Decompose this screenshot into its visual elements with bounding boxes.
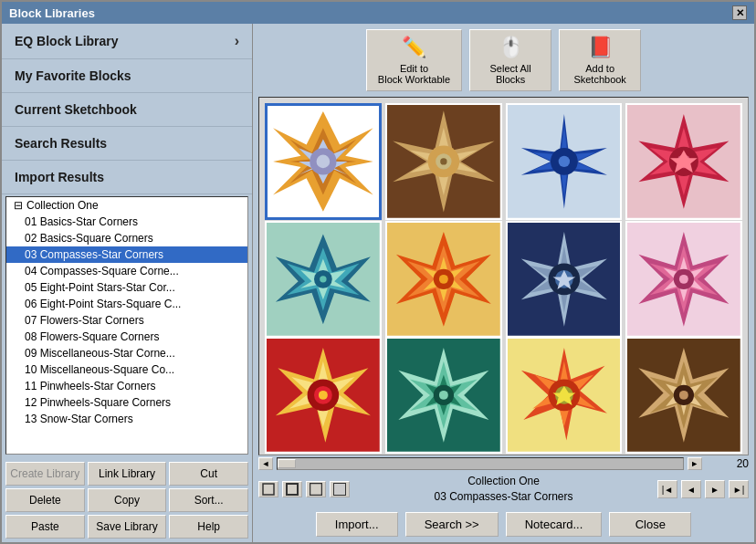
svg-point-51 bbox=[319, 391, 328, 400]
import-button[interactable]: Import... bbox=[316, 512, 398, 537]
bottom-buttons: Create Library Link Library Cut Delete C… bbox=[2, 458, 252, 542]
svg-point-57 bbox=[439, 391, 448, 400]
notecard-button[interactable]: Notecard... bbox=[506, 512, 603, 537]
window-title: Block Libraries bbox=[9, 6, 95, 20]
tree-item-7[interactable]: 08 Flowers-Square Corners bbox=[6, 329, 247, 345]
tree-item-6[interactable]: 07 Flowers-Star Corners bbox=[6, 312, 247, 329]
toolbar: ✏️ Edit toBlock Worktable 🖱️ Select AllB… bbox=[253, 24, 754, 97]
title-bar: Block Libraries ✕ bbox=[2, 2, 754, 24]
nav-next-button[interactable]: ► bbox=[705, 480, 725, 498]
block-name: 03 Compasses-Star Corners bbox=[353, 489, 654, 505]
nav-item-eq-block-library[interactable]: EQ Block Library › bbox=[2, 24, 252, 59]
tree-item-3[interactable]: 04 Compasses-Square Corne... bbox=[6, 263, 247, 279]
block-cell-11[interactable] bbox=[506, 337, 623, 454]
action-bar: Import... Search >> Notecard... Close bbox=[253, 507, 754, 542]
svg-rect-73 bbox=[333, 483, 346, 496]
tree-item-2[interactable]: 03 Compasses-Star Corners bbox=[6, 246, 247, 263]
block-cell-4[interactable] bbox=[625, 103, 742, 220]
scroll-track[interactable] bbox=[277, 457, 684, 470]
nav-last-button[interactable]: ►| bbox=[729, 480, 749, 498]
block-libraries-window: Block Libraries ✕ EQ Block Library › My … bbox=[0, 0, 756, 544]
block-cell-10[interactable] bbox=[385, 337, 502, 454]
svg-point-45 bbox=[679, 275, 688, 284]
tree-item-1[interactable]: 02 Basics-Square Corners bbox=[6, 230, 247, 246]
block-cell-6[interactable] bbox=[385, 221, 502, 338]
view-size-xlarge-button[interactable] bbox=[330, 481, 350, 497]
close-action-button[interactable]: Close bbox=[609, 512, 691, 537]
select-all-blocks-button[interactable]: 🖱️ Select AllBlocks bbox=[469, 29, 551, 91]
close-button[interactable]: ✕ bbox=[732, 5, 747, 20]
view-size-large-button[interactable] bbox=[306, 481, 326, 497]
block-grid-container bbox=[258, 97, 749, 455]
svg-rect-72 bbox=[310, 483, 322, 496]
nav-item-current-sketchbook[interactable]: Current Sketchbook bbox=[2, 93, 252, 127]
collection-name: Collection One bbox=[353, 474, 654, 489]
tree-item-8[interactable]: 09 Miscellaneous-Star Corne... bbox=[6, 345, 247, 361]
svg-point-69 bbox=[679, 391, 688, 400]
block-cell-8[interactable] bbox=[625, 221, 742, 338]
tree-collection[interactable]: ⊟ Collection One bbox=[6, 197, 247, 214]
nav-prev-button[interactable]: ◄ bbox=[681, 480, 701, 498]
nav-first-button[interactable]: |◄ bbox=[657, 480, 677, 498]
tree-item-4[interactable]: 05 Eight-Point Stars-Star Cor... bbox=[6, 279, 247, 296]
svg-rect-71 bbox=[287, 484, 298, 495]
view-nav-row: Collection One 03 Compasses-Star Corners… bbox=[253, 472, 754, 507]
status-display: Collection One 03 Compasses-Star Corners bbox=[353, 474, 654, 505]
svg-point-15 bbox=[558, 156, 569, 167]
search-button[interactable]: Search >> bbox=[405, 512, 499, 537]
block-cell-1[interactable] bbox=[265, 103, 382, 220]
edit-to-worktable-button[interactable]: ✏️ Edit toBlock Worktable bbox=[366, 29, 462, 91]
view-size-medium-button[interactable] bbox=[282, 481, 302, 497]
left-panel: EQ Block Library › My Favorite Blocks Cu… bbox=[2, 24, 253, 542]
scroll-row: ◄ ► 20 bbox=[253, 455, 754, 472]
block-cell-9[interactable] bbox=[265, 337, 382, 454]
cut-button[interactable]: Cut bbox=[169, 462, 248, 486]
paste-button[interactable]: Paste bbox=[5, 515, 85, 539]
sort-button[interactable]: Sort... bbox=[169, 488, 248, 512]
cursor-icon: 🖱️ bbox=[499, 36, 523, 59]
scroll-left-button[interactable]: ◄ bbox=[258, 457, 273, 470]
block-cell-5[interactable] bbox=[265, 221, 382, 338]
tree-item-5[interactable]: 06 Eight-Point Stars-Square C... bbox=[6, 296, 247, 312]
block-cell-12[interactable] bbox=[625, 337, 742, 454]
copy-button[interactable]: Copy bbox=[88, 488, 167, 512]
tree-view[interactable]: ⊟ Collection One 01 Basics-Star Corners … bbox=[5, 196, 248, 455]
svg-point-4 bbox=[317, 155, 331, 169]
svg-point-33 bbox=[439, 275, 448, 284]
scroll-thumb[interactable] bbox=[278, 459, 296, 468]
delete-button[interactable]: Delete bbox=[5, 488, 85, 512]
nav-item-my-favorite-blocks[interactable]: My Favorite Blocks bbox=[2, 59, 252, 93]
add-icon: 📕 bbox=[588, 36, 613, 59]
create-library-button[interactable]: Create Library bbox=[5, 462, 85, 486]
block-cell-2[interactable] bbox=[385, 103, 502, 220]
tree-item-0[interactable]: 01 Basics-Star Corners bbox=[6, 214, 247, 230]
edit-pencil-icon: ✏️ bbox=[402, 36, 426, 59]
tree-item-12[interactable]: 13 Snow-Star Corners bbox=[6, 411, 247, 427]
help-button[interactable]: Help bbox=[169, 515, 248, 539]
tree-expand-icon: ⊟ bbox=[14, 199, 23, 212]
tree-item-11[interactable]: 12 Pinwheels-Square Corners bbox=[6, 394, 247, 411]
add-to-sketchbook-button[interactable]: 📕 Add toSketchbook bbox=[559, 29, 641, 91]
block-cell-7[interactable] bbox=[506, 221, 623, 338]
right-panel: ✏️ Edit toBlock Worktable 🖱️ Select AllB… bbox=[253, 24, 754, 542]
view-size-small-button[interactable] bbox=[258, 481, 278, 497]
svg-point-10 bbox=[440, 158, 446, 164]
nav-item-import-results[interactable]: Import Results bbox=[2, 161, 252, 194]
page-number: 20 bbox=[737, 457, 749, 470]
save-library-button[interactable]: Save Library bbox=[88, 515, 167, 539]
svg-rect-70 bbox=[263, 484, 274, 495]
chevron-right-icon: › bbox=[235, 33, 239, 49]
scroll-right-button[interactable]: ► bbox=[688, 457, 702, 470]
tree-item-10[interactable]: 11 Pinwheels-Star Corners bbox=[6, 378, 247, 394]
svg-point-27 bbox=[320, 276, 326, 282]
tree-item-9[interactable]: 10 Miscellaneous-Square Co... bbox=[6, 361, 247, 378]
link-library-button[interactable]: Link Library bbox=[88, 462, 167, 486]
block-grid bbox=[259, 98, 748, 455]
nav-item-search-results[interactable]: Search Results bbox=[2, 127, 252, 161]
block-cell-3[interactable] bbox=[506, 103, 623, 220]
